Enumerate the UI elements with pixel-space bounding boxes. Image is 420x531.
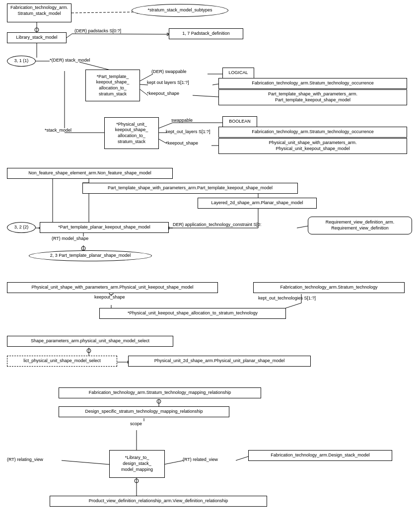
physical-unit-keepout-box: *Physical_unit_keepout_shape_allocation_… xyxy=(104,117,159,149)
layered-2d-shape-box: Layered_2d_shape_arm.Planar_shape_model xyxy=(198,198,317,209)
fab-design-stack-box: Fabrication_technology_arm.Design_stack_… xyxy=(248,450,392,461)
design-specific-stratum-box: Design_specific_stratum_technology_mappi… xyxy=(59,406,229,417)
stratum-stack-subtypes-box: *stratum_stack_model_subtypes xyxy=(132,4,228,17)
part-template-planar-keepout-box: *Part_template_planar_keepout_shape_mode… xyxy=(40,222,169,233)
rt-relating-view-label: (RT) relating_view xyxy=(7,457,43,462)
product-view-def-rel-box: Product_view_definition_relationship_arm… xyxy=(50,496,267,507)
svg-line-51 xyxy=(164,460,184,464)
lict-physical-box: lict_physical_unit_shape_model_select xyxy=(7,356,117,367)
library-stack-model-box: Library_stack_model xyxy=(7,32,67,43)
svg-line-4 xyxy=(72,34,169,34)
stack-model-der-label: *(DER) stack_model xyxy=(50,58,90,63)
part-template-shape-w-params-box: Part_template_shape_with_parameters_arm.… xyxy=(82,183,298,194)
diagram-container: Fabrication_technology_arm. Stratum_stac… xyxy=(0,0,420,531)
kept-out-techs-label: kept_out_technologies S[1:?] xyxy=(258,296,316,301)
stack-model-label: *stack_model xyxy=(45,128,71,133)
non-feature-shape-box: Non_feature_shape_element_arm.Non_featur… xyxy=(7,168,173,179)
library-to-design-box: *Library_to_design_stack_model_mapping xyxy=(109,450,165,478)
badge-31-box: 3, 1 (1) xyxy=(7,56,36,67)
svg-line-52 xyxy=(236,456,248,460)
fab-stratum-tech-occ2-box: Fabrication_technology_arm.Stratum_techn… xyxy=(218,127,407,138)
rt-related-view-label: (RT) related_view xyxy=(183,457,218,462)
phys-unit-2d-box: Physical_unit_2d_shape_arm.Physical_unit… xyxy=(128,356,311,367)
kept-out-layers2-label: kept_out_layers S[1:?] xyxy=(166,129,210,134)
boolean-box: BOOLEAN xyxy=(222,116,257,127)
part-template-shape-params-box: Part_template_shape_with_parameters_arm.… xyxy=(218,89,407,105)
fab-stratum-tech-mapping-box: Fabrication_technology_arm.Stratum_techn… xyxy=(59,387,261,398)
svg-line-16 xyxy=(159,123,173,128)
fab-stratum-tech-box: Fabrication_technology_arm.Stratum_techn… xyxy=(253,282,405,293)
svg-point-37 xyxy=(81,246,85,250)
svg-line-0 xyxy=(71,12,139,13)
badge-32-box: 3, 2 (2) xyxy=(7,222,36,233)
swappable-label2: swappable xyxy=(171,118,193,123)
padstack-def-box: 1, 7 Padstack_definition xyxy=(169,28,243,39)
phys-unit-shape-w-params-box: Physical_unit_shape_with_parameters_arm.… xyxy=(7,282,218,293)
svg-line-13 xyxy=(193,95,218,97)
req-view-def-box: Requirement_view_definition_arm.Requirem… xyxy=(308,217,412,234)
der-app-tech-label: DER) application_technology_constraint S… xyxy=(173,222,262,227)
shape-params-select-box: Shape_parameters_arm.physical_unit_shape… xyxy=(7,336,173,347)
part-template-keepout-box: *Part_template_keepout_shape_allocation_… xyxy=(85,70,140,101)
logical-box: LOGICAL xyxy=(222,68,254,78)
phys-unit-shape-params-box: Physical_unit_shape_with_parameters_arm.… xyxy=(218,138,407,154)
padstacks-label: (DER) padstacks S[0:?] xyxy=(74,28,121,33)
swappable-der-label: (DER) swappable xyxy=(151,69,187,74)
phys-unit-keepout-alloc-box: *Physical_unit_keepout_shape_allocation_… xyxy=(99,308,286,319)
fab-stratum-stack-box: Fabrication_technology_arm. Stratum_stac… xyxy=(7,3,71,22)
keepout-shape3-label: keepout_shape xyxy=(94,295,125,300)
badge-23-box: 2, 3 Part_template_planar_shape_model xyxy=(29,250,152,261)
svg-line-34 xyxy=(297,226,308,228)
svg-line-50 xyxy=(62,460,109,464)
svg-line-11 xyxy=(212,84,218,85)
svg-point-2 xyxy=(35,28,39,32)
svg-point-54 xyxy=(135,479,139,483)
svg-point-44 xyxy=(87,349,91,353)
kept-out-layers1-label: kept out layers S[1:?] xyxy=(147,80,189,85)
rt-model-shape-label: (RT) model_shape xyxy=(52,236,88,241)
svg-point-47 xyxy=(157,399,161,403)
fab-stratum-tech-occ1-box: Fabrication_technology_arm.Stratum_techn… xyxy=(218,78,407,89)
svg-line-3 xyxy=(67,34,72,38)
scope-label: scope xyxy=(130,421,142,426)
keepout-shape2-label: *keepout_shape xyxy=(166,141,198,146)
keepout-shape1-label: *keepout_shape xyxy=(147,91,179,96)
